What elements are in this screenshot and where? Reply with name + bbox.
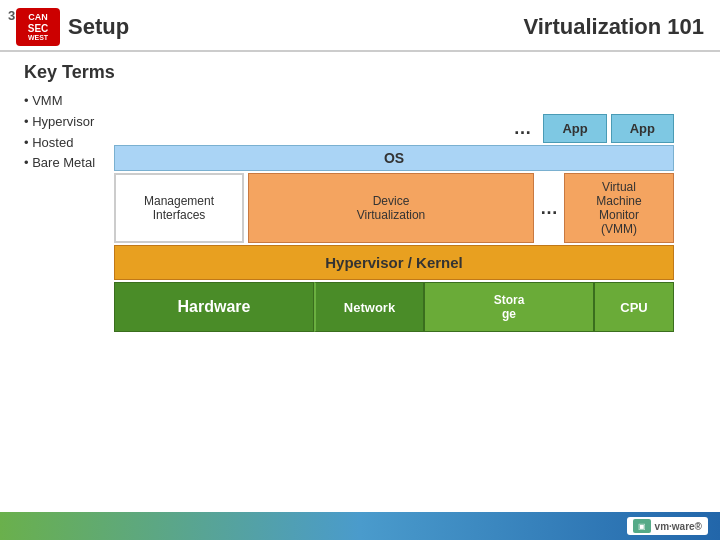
- app-row: … App App: [114, 114, 674, 143]
- vmware-logo: ▣ vm·ware®: [627, 517, 708, 535]
- diagram: … App App OS ManagementInterfaces Device…: [114, 114, 674, 332]
- hypervisor-bar: Hypervisor / Kernel: [114, 245, 674, 280]
- slide-number: 3: [8, 8, 15, 23]
- app2-box: App: [611, 114, 674, 143]
- bottom-bar: ▣ vm·ware®: [0, 512, 720, 540]
- vmm-box: VirtualMachineMonitor(VMM): [564, 173, 674, 243]
- cansecwest-logo: CAN SEC WEST: [16, 8, 60, 46]
- page-title: Setup: [68, 14, 129, 40]
- key-terms-heading: Key Terms: [24, 62, 696, 83]
- hardware-row: Hardware Network Storage CPU: [114, 282, 674, 332]
- top-bar: CAN SEC WEST Setup Virtualization 101: [0, 0, 720, 52]
- dots1: …: [513, 118, 531, 139]
- device-virt-box: DeviceVirtualization: [248, 173, 534, 243]
- list-item: VMM: [24, 91, 696, 112]
- network-box: Network: [314, 282, 424, 332]
- os-bar: OS: [114, 145, 674, 171]
- storage-box: Storage: [424, 282, 594, 332]
- virt-title: Virtualization 101: [523, 14, 704, 40]
- vmware-icon: ▣: [633, 519, 651, 533]
- main-content: Key Terms VMM Hypervisor Hosted Bare Met…: [0, 52, 720, 342]
- hardware-label-box: Hardware: [114, 282, 314, 332]
- cpu-box: CPU: [594, 282, 674, 332]
- app1-box: App: [543, 114, 606, 143]
- middle-row: ManagementInterfaces DeviceVirtualizatio…: [114, 173, 674, 243]
- mgmt-interfaces-box: ManagementInterfaces: [114, 173, 244, 243]
- logo-area: CAN SEC WEST Setup: [16, 8, 129, 46]
- dots2: …: [538, 173, 560, 243]
- vmware-text: vm·ware®: [655, 521, 702, 532]
